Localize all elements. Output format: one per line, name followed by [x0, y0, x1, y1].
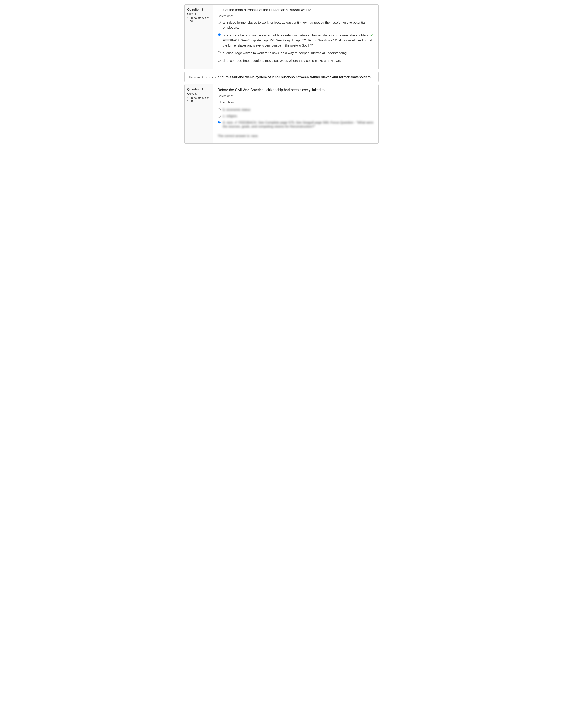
question-3-checkmark: ✔ [370, 33, 373, 37]
question-4-points: 1.00 points out of 1.00 [187, 96, 210, 103]
question-3-sidebar: Question 3 Correct 1.00 points out of 1.… [184, 5, 213, 69]
question-4-option-c-text: c. religion. [223, 114, 238, 118]
question-3-radio-a[interactable] [218, 21, 220, 24]
question-4-select-label: Select one: [218, 94, 374, 98]
question-4-radio-a[interactable] [218, 101, 220, 103]
question-4-option-b: b. economic status [218, 108, 374, 111]
question-4-label-text: Question [187, 88, 201, 91]
question-3-option-d-text: d. encourage freedpeople to move out Wes… [223, 58, 341, 63]
question-4-option-c: c. religion. [218, 114, 374, 118]
question-4-text: Before the Civil War, American citizensh… [218, 88, 374, 92]
question-3-block: Question 3 Correct 1.00 points out of 1.… [184, 4, 379, 69]
question-4-radio-d[interactable] [218, 121, 220, 124]
question-3-option-c-text: c. encourage whites to work for blacks, … [223, 51, 348, 56]
question-4-block: Question 4 Correct 1.00 points out of 1.… [184, 84, 379, 144]
question-4-ca-label: The correct answer is: race. [218, 134, 258, 138]
question-3-option-a-text: a. induce former slaves to work for free… [223, 20, 374, 30]
question-4-radio-c[interactable] [218, 115, 220, 118]
question-3-radio-d[interactable] [218, 59, 220, 62]
question-4-label: Question 4 [187, 88, 210, 91]
question-3-option-b-text: b. ensure a fair and viable system of la… [223, 33, 374, 48]
question-3-status: Correct [187, 12, 210, 15]
question-3-option-b: b. ensure a fair and viable system of la… [218, 33, 374, 48]
question-3-correct-answer-box: The correct answer is: ensure a fair and… [184, 72, 379, 82]
question-4-option-b-text: b. economic status [223, 108, 250, 111]
question-4-option-d-text: d. race. ✔ FEEDBACK: See Complete page 5… [223, 120, 374, 128]
question-3-ca-value: ensure a fair and viable system of labor… [218, 75, 372, 79]
question-3-label: Question 3 [187, 8, 210, 11]
question-label-text: Question [187, 8, 201, 11]
question-4-main: Before the Civil War, American citizensh… [213, 84, 379, 143]
question-number: 3 [201, 8, 203, 11]
question-4-correct-area: The correct answer is: race. [218, 132, 374, 140]
question-4-option-d: d. race. ✔ FEEDBACK: See Complete page 5… [218, 120, 374, 128]
question-3-option-c: c. encourage whites to work for blacks, … [218, 51, 374, 56]
question-3-radio-c[interactable] [218, 51, 220, 54]
question-4-status: Correct [187, 92, 210, 95]
question-4-radio-b[interactable] [218, 108, 220, 111]
question-3-select-label: Select one: [218, 14, 374, 18]
question-4-sidebar: Question 4 Correct 1.00 points out of 1.… [184, 84, 213, 143]
question-3-main: One of the main purposes of the Freedmen… [213, 5, 379, 69]
question-3-radio-b[interactable] [218, 33, 220, 36]
question-4-option-a-text: a. class. [223, 100, 235, 105]
question-3-points: 1.00 points out of 1.00 [187, 16, 210, 23]
question-3-feedback: FEEDBACK: See Complete page 557; See Sea… [223, 39, 372, 47]
question-3-option-a: a. induce former slaves to work for free… [218, 20, 374, 30]
question-3-text: One of the main purposes of the Freedmen… [218, 8, 374, 12]
question-4-number: 4 [201, 88, 203, 91]
question-3-option-d: d. encourage freedpeople to move out Wes… [218, 58, 374, 63]
question-4-option-a: a. class. [218, 100, 374, 105]
question-3-ca-label: The correct answer is: [188, 75, 217, 79]
